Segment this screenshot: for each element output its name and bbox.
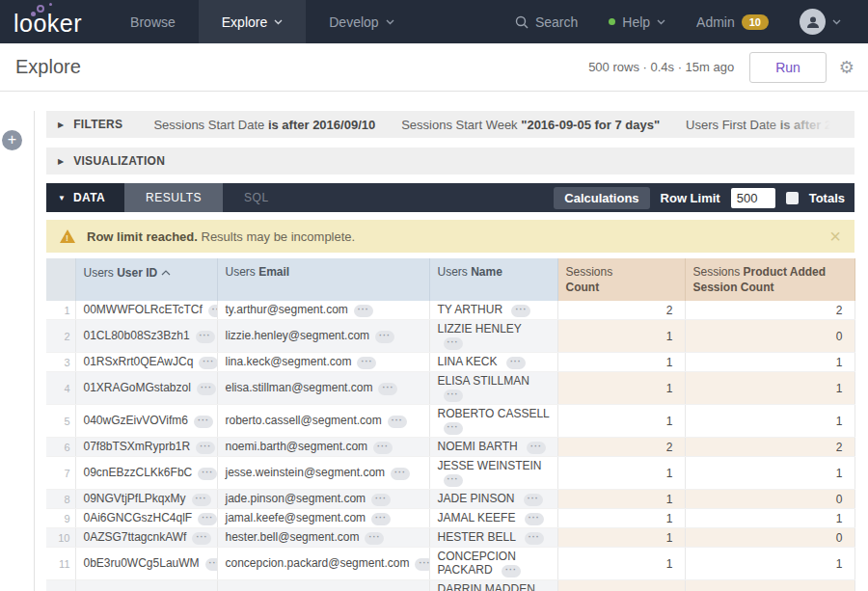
cell-email[interactable]: jesse.weinstein@segment.com··· — [217, 457, 429, 490]
cell-menu-icon[interactable]: ··· — [194, 416, 213, 428]
cell-menu-icon[interactable]: ··· — [506, 357, 526, 369]
search-button[interactable]: Search — [500, 14, 593, 30]
cell-menu-icon[interactable]: ··· — [444, 337, 463, 350]
calculations-button[interactable]: Calculations — [554, 187, 649, 209]
cell-user-id[interactable]: 0bE3ru0WCg5LauWM··· — [75, 548, 217, 580]
cell-product-added-count[interactable]: 1 — [685, 405, 854, 438]
cell-menu-icon[interactable]: ··· — [444, 422, 463, 435]
cell-email[interactable]: lizzie.henley@segment.com··· — [217, 320, 429, 353]
cell-product-added-count[interactable]: 1 — [685, 372, 854, 405]
cell-user-id[interactable]: 07f8bTSXmRyprb1R··· — [75, 438, 217, 457]
column-header-email[interactable]: Users Email — [217, 258, 429, 301]
cell-sessions-count[interactable]: 2 — [557, 438, 685, 457]
cell-menu-icon[interactable]: ··· — [208, 305, 217, 317]
column-header-product-added[interactable]: Sessions Product Added Session Count — [685, 258, 854, 301]
cell-menu-icon[interactable]: ··· — [524, 494, 543, 506]
cell-menu-icon[interactable]: ··· — [373, 442, 393, 454]
cell-menu-icon[interactable]: ··· — [198, 468, 217, 480]
cell-product-added-count[interactable]: 0 — [685, 490, 854, 509]
cell-menu-icon[interactable]: ··· — [371, 513, 391, 525]
filter-item[interactable]: Users First Date is after 2016/09/10 — [686, 118, 854, 132]
cell-product-added-count[interactable]: 1 — [685, 353, 854, 372]
cell-sessions-count[interactable]: 1 — [557, 580, 685, 591]
cell-name[interactable]: ROBERTO CASSELL ··· — [429, 405, 557, 438]
cell-product-added-count[interactable]: 2 — [685, 301, 854, 320]
cell-product-added-count[interactable]: 2 — [685, 438, 854, 457]
cell-name[interactable]: CONCEPCION PACKARD ··· — [429, 548, 557, 580]
cell-user-id[interactable]: 00MWWFOLRcETcTCf··· — [75, 301, 217, 320]
help-menu[interactable]: Help — [593, 14, 681, 30]
cell-menu-icon[interactable]: ··· — [192, 532, 211, 545]
row-limit-input[interactable] — [731, 188, 775, 208]
cell-email[interactable]: roberto.cassell@segment.com··· — [217, 405, 429, 438]
cell-user-id[interactable]: 09cnEBzzCLKk6FbC··· — [75, 457, 217, 490]
nav-item-explore[interactable]: Explore — [199, 0, 306, 43]
cell-name[interactable]: JESSE WEINSTEIN ··· — [429, 457, 557, 490]
visualization-bar[interactable]: ▶ VISUALIZATION — [46, 148, 854, 175]
cell-name[interactable]: JAMAL KEEFE ··· — [429, 509, 557, 528]
filters-bar[interactable]: ▶ FILTERS Sessions Start Date is after 2… — [46, 111, 854, 138]
cell-sessions-count[interactable]: 1 — [557, 353, 685, 372]
cell-menu-icon[interactable]: ··· — [205, 558, 217, 571]
cell-product-added-count[interactable]: 1 — [685, 548, 854, 580]
cell-menu-icon[interactable]: ··· — [378, 383, 397, 395]
cell-product-added-count[interactable]: 1 — [685, 457, 854, 490]
filter-item[interactable]: Sessions Start Week "2016-09-05 for 7 da… — [401, 118, 660, 132]
cell-menu-icon[interactable]: ··· — [511, 305, 530, 317]
cell-menu-icon[interactable]: ··· — [196, 442, 215, 454]
cell-name[interactable]: ELISA STILLMAN ··· — [429, 372, 557, 405]
cell-menu-icon[interactable]: ··· — [525, 513, 544, 525]
cell-name[interactable]: LIZZIE HENLEY ··· — [429, 320, 557, 353]
filter-item[interactable]: Sessions Start Date is after 2016/09/10 — [153, 118, 375, 132]
cell-product-added-count[interactable]: 0 — [685, 320, 854, 353]
cell-product-added-count[interactable]: 1 — [685, 580, 854, 591]
cell-menu-icon[interactable]: ··· — [198, 513, 217, 525]
cell-name[interactable]: TY ARTHUR ··· — [429, 301, 557, 320]
cell-menu-icon[interactable]: ··· — [375, 331, 394, 343]
cell-name[interactable]: DARRIN MADDEN ··· — [429, 580, 557, 591]
run-button[interactable]: Run — [749, 52, 827, 83]
cell-email[interactable]: elisa.stillman@segment.com··· — [217, 372, 429, 405]
cell-menu-icon[interactable]: ··· — [196, 331, 215, 343]
totals-checkbox[interactable] — [786, 192, 799, 204]
cell-email[interactable]: lina.keck@segment.com··· — [217, 353, 429, 372]
cell-user-id[interactable]: 01CL80b08Sz3Bzh1··· — [75, 320, 217, 353]
cell-product-added-count[interactable]: 0 — [685, 528, 854, 548]
cell-user-id[interactable]: 0AZSG7ttagcnkAWf··· — [75, 528, 217, 548]
admin-menu[interactable]: Admin 10 — [681, 14, 784, 30]
cell-user-id[interactable]: 01RSxRrt0QEAwJCq··· — [75, 353, 217, 372]
cell-menu-icon[interactable]: ··· — [502, 565, 521, 578]
cell-name[interactable]: JADE PINSON ··· — [429, 490, 557, 509]
cell-email[interactable]: ty.arthur@segment.com··· — [217, 301, 429, 320]
cell-email[interactable]: concepcion.packard@segment.com··· — [217, 548, 429, 580]
nav-item-develop[interactable]: Develop — [306, 0, 417, 43]
looker-logo[interactable]: looker — [0, 0, 107, 43]
cell-menu-icon[interactable]: ··· — [415, 558, 429, 571]
cell-menu-icon[interactable]: ··· — [444, 390, 463, 402]
cell-menu-icon[interactable]: ··· — [388, 416, 407, 428]
cell-user-id[interactable]: 040wGzEivVOVifm6··· — [75, 405, 217, 438]
cell-menu-icon[interactable]: ··· — [199, 357, 217, 369]
cell-menu-icon[interactable]: ··· — [357, 357, 376, 369]
cell-sessions-count[interactable]: 1 — [557, 320, 685, 353]
close-icon[interactable]: × — [829, 227, 841, 246]
nav-item-browse[interactable]: Browse — [107, 0, 199, 43]
cell-menu-icon[interactable]: ··· — [525, 532, 544, 545]
cell-name[interactable]: HESTER BELL ··· — [429, 528, 557, 548]
cell-menu-icon[interactable]: ··· — [527, 442, 546, 454]
cell-menu-icon[interactable]: ··· — [354, 305, 373, 317]
cell-name[interactable]: NOEMI BARTH ··· — [429, 438, 557, 457]
data-section-toggle[interactable]: ▼ DATA — [46, 183, 124, 212]
cell-email[interactable]: darrin.madden@segment.com··· — [217, 580, 429, 591]
column-header-sessions-count[interactable]: Sessions Count — [557, 258, 685, 301]
add-field-button[interactable]: + — [2, 130, 22, 150]
column-header-user-id[interactable]: Users User ID — [75, 258, 217, 301]
cell-menu-icon[interactable]: ··· — [391, 468, 410, 480]
cell-sessions-count[interactable]: 1 — [557, 548, 685, 580]
tab-results[interactable]: RESULTS — [124, 183, 223, 212]
account-menu[interactable] — [784, 9, 856, 35]
cell-user-id[interactable]: 01XRAGoMGstabzol··· — [75, 372, 217, 405]
cell-user-id[interactable]: 09NGVtjPfLPkqxMy··· — [75, 490, 217, 509]
cell-sessions-count[interactable]: 1 — [557, 528, 685, 548]
cell-user-id[interactable]: 0CqEiDUgSI0OFTxh··· — [75, 580, 217, 591]
